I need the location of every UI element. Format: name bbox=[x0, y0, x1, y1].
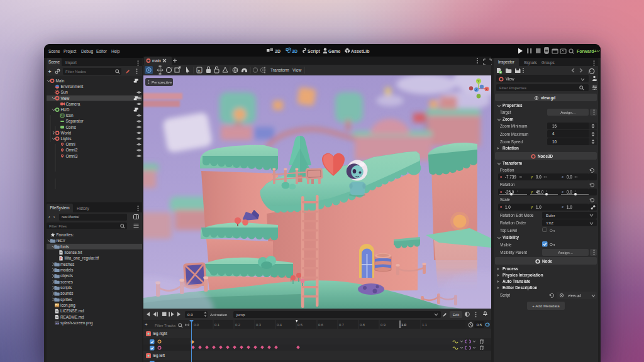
svg-text:Y: Y bbox=[477, 79, 480, 83]
svg-text:Omni3: Omni3 bbox=[66, 154, 78, 158]
svg-text:scenes: scenes bbox=[60, 280, 73, 284]
svg-text:0.4: 0.4 bbox=[277, 323, 282, 327]
svg-text:X: X bbox=[486, 87, 488, 91]
svg-text:View: View bbox=[61, 96, 70, 101]
svg-text:AssetLib: AssetLib bbox=[351, 49, 370, 53]
svg-text:scripts: scripts bbox=[60, 285, 72, 290]
svg-text:lilita_one_regular.ttf: lilita_one_regular.ttf bbox=[65, 256, 99, 261]
svg-text:3D: 3D bbox=[292, 49, 297, 53]
svg-text:splash-screen.png: splash-screen.png bbox=[60, 321, 93, 326]
svg-text:Game: Game bbox=[328, 49, 341, 53]
svg-text:Forward+: Forward+ bbox=[577, 49, 597, 53]
svg-text:0.6: 0.6 bbox=[318, 323, 323, 327]
svg-text:icon.png: icon.png bbox=[60, 303, 75, 308]
svg-text:0.5: 0.5 bbox=[297, 323, 303, 327]
svg-text:Omni: Omni bbox=[66, 142, 75, 146]
svg-text:README.md: README.md bbox=[60, 315, 84, 319]
svg-text:1.1: 1.1 bbox=[422, 323, 427, 327]
svg-text:Separator: Separator bbox=[66, 119, 84, 124]
svg-text:0.9: 0.9 bbox=[380, 323, 386, 327]
svg-text:fonts: fonts bbox=[60, 244, 69, 249]
svg-text:main: main bbox=[152, 58, 161, 63]
svg-text:LICENSE.md: LICENSE.md bbox=[60, 309, 84, 313]
svg-text:HUD: HUD bbox=[61, 107, 70, 112]
svg-text:objects: objects bbox=[60, 273, 73, 278]
svg-text:Environment: Environment bbox=[61, 84, 84, 89]
svg-text:Script: Script bbox=[308, 49, 321, 54]
svg-text:res://: res:// bbox=[57, 238, 65, 243]
svg-text:1.0: 1.0 bbox=[401, 323, 406, 327]
svg-text:B: B bbox=[198, 69, 201, 73]
svg-text:Icon: Icon bbox=[66, 113, 74, 118]
svg-text:Camera: Camera bbox=[66, 102, 80, 106]
svg-text:0.1: 0.1 bbox=[214, 323, 219, 327]
svg-text:Main: Main bbox=[56, 79, 65, 83]
svg-text:models: models bbox=[60, 268, 73, 272]
svg-text:meshes: meshes bbox=[60, 262, 74, 266]
svg-text:0.2: 0.2 bbox=[235, 323, 240, 327]
svg-text:2D: 2D bbox=[275, 49, 280, 53]
svg-text:Omni2: Omni2 bbox=[66, 148, 78, 152]
svg-text:View: View bbox=[292, 68, 301, 72]
svg-text:Sun: Sun bbox=[61, 90, 69, 94]
svg-text:Lights: Lights bbox=[61, 136, 72, 141]
svg-text:license.txt: license.txt bbox=[65, 250, 82, 255]
svg-text:Coins: Coins bbox=[66, 125, 76, 129]
svg-text:Transform: Transform bbox=[270, 68, 289, 72]
svg-text:0.7: 0.7 bbox=[339, 323, 344, 327]
svg-text:sounds: sounds bbox=[60, 291, 73, 295]
svg-text:Favorites:: Favorites: bbox=[57, 233, 74, 237]
svg-text:sprites: sprites bbox=[60, 297, 72, 302]
svg-text:0.3: 0.3 bbox=[256, 323, 261, 327]
svg-text:0.0: 0.0 bbox=[194, 323, 199, 327]
svg-text:World: World bbox=[61, 131, 72, 135]
svg-text:0.8: 0.8 bbox=[360, 323, 365, 327]
svg-text:Perspective: Perspective bbox=[152, 80, 172, 84]
